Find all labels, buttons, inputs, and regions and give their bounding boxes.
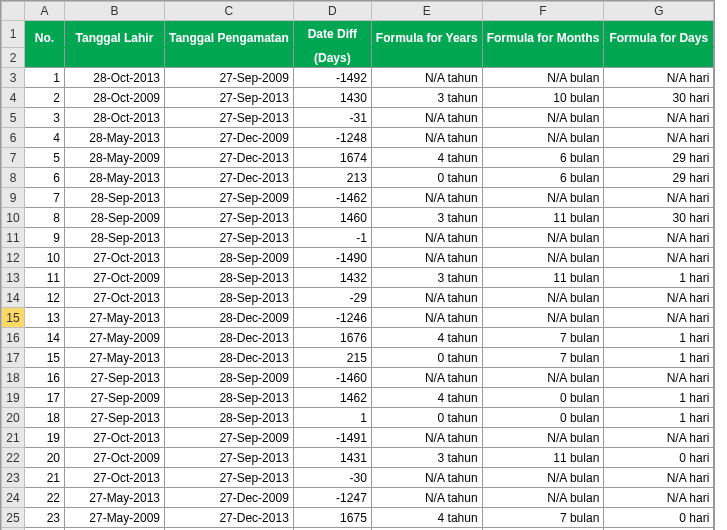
cell-years[interactable]: N/A tahun	[371, 228, 482, 248]
row-22[interactable]: 22	[2, 448, 25, 468]
row-9[interactable]: 9	[2, 188, 25, 208]
cell-no[interactable]: 15	[25, 348, 65, 368]
row-19[interactable]: 19	[2, 388, 25, 408]
cell-date-diff[interactable]: 1674	[293, 148, 371, 168]
cell-tanggal-lahir[interactable]: 27-Oct-2013	[65, 248, 165, 268]
cell-months[interactable]: 6 bulan	[482, 168, 604, 188]
cell-date-diff[interactable]: -1247	[293, 488, 371, 508]
cell-years[interactable]: 0 tahun	[371, 348, 482, 368]
cell-tanggal-pengamatan[interactable]: 28-Sep-2009	[165, 368, 294, 388]
cell-tanggal-pengamatan[interactable]: 27-Sep-2013	[165, 468, 294, 488]
cell-tanggal-lahir[interactable]: 27-May-2013	[65, 488, 165, 508]
row-10[interactable]: 10	[2, 208, 25, 228]
cell-tanggal-pengamatan[interactable]: 28-Dec-2013	[165, 348, 294, 368]
cell-years[interactable]: 4 tahun	[371, 388, 482, 408]
cell-date-diff[interactable]: 1462	[293, 388, 371, 408]
cell-no[interactable]: 8	[25, 208, 65, 228]
cell-no[interactable]: 21	[25, 468, 65, 488]
cell-months[interactable]: N/A bulan	[482, 428, 604, 448]
cell-tanggal-lahir[interactable]: 28-Oct-2009	[65, 88, 165, 108]
row-17[interactable]: 17	[2, 348, 25, 368]
header-E-bot[interactable]	[371, 48, 482, 68]
cell-tanggal-lahir[interactable]: 28-Sep-2013	[65, 188, 165, 208]
cell-days[interactable]: N/A hari	[604, 308, 714, 328]
cell-tanggal-lahir[interactable]: 27-Oct-2013	[65, 428, 165, 448]
cell-no[interactable]: 10	[25, 248, 65, 268]
cell-date-diff[interactable]: -1460	[293, 368, 371, 388]
cell-tanggal-lahir[interactable]: 27-May-2013	[65, 308, 165, 328]
cell-tanggal-pengamatan[interactable]: 28-Sep-2013	[165, 408, 294, 428]
cell-tanggal-pengamatan[interactable]: 27-Sep-2013	[165, 108, 294, 128]
cell-years[interactable]: N/A tahun	[371, 288, 482, 308]
cell-days[interactable]: N/A hari	[604, 468, 714, 488]
cell-date-diff[interactable]: -1491	[293, 428, 371, 448]
header-D-bot[interactable]: (Days)	[293, 48, 371, 68]
header-F-top[interactable]: Formula for Months	[482, 21, 604, 48]
cell-days[interactable]: N/A hari	[604, 288, 714, 308]
row-24[interactable]: 24	[2, 488, 25, 508]
cell-years[interactable]: N/A tahun	[371, 428, 482, 448]
cell-no[interactable]: 2	[25, 88, 65, 108]
cell-days[interactable]: 29 hari	[604, 148, 714, 168]
cell-date-diff[interactable]: -30	[293, 468, 371, 488]
cell-days[interactable]: 0 hari	[604, 448, 714, 468]
cell-tanggal-pengamatan[interactable]: 27-Dec-2013	[165, 148, 294, 168]
cell-no[interactable]: 3	[25, 108, 65, 128]
cell-no[interactable]: 14	[25, 328, 65, 348]
cell-no[interactable]: 5	[25, 148, 65, 168]
cell-days[interactable]: 30 hari	[604, 208, 714, 228]
cell-tanggal-pengamatan[interactable]: 28-Dec-2009	[165, 308, 294, 328]
header-A-top[interactable]: No.	[25, 21, 65, 48]
cell-tanggal-pengamatan[interactable]: 28-Sep-2013	[165, 288, 294, 308]
cell-tanggal-pengamatan[interactable]: 27-Dec-2013	[165, 508, 294, 528]
cell-tanggal-pengamatan[interactable]: 27-Sep-2013	[165, 88, 294, 108]
cell-months[interactable]: 0 bulan	[482, 388, 604, 408]
col-A[interactable]: A	[25, 2, 65, 21]
cell-tanggal-pengamatan[interactable]: 27-Dec-2013	[165, 168, 294, 188]
header-C-bot[interactable]	[165, 48, 294, 68]
cell-date-diff[interactable]: 1	[293, 408, 371, 428]
cell-tanggal-lahir[interactable]: 27-May-2009	[65, 328, 165, 348]
cell-tanggal-lahir[interactable]: 28-May-2013	[65, 168, 165, 188]
cell-tanggal-lahir[interactable]: 28-Sep-2013	[65, 228, 165, 248]
cell-days[interactable]: N/A hari	[604, 188, 714, 208]
cell-no[interactable]: 20	[25, 448, 65, 468]
cell-days[interactable]: 1 hari	[604, 328, 714, 348]
header-E-top[interactable]: Formula for Years	[371, 21, 482, 48]
cell-date-diff[interactable]: -29	[293, 288, 371, 308]
cell-days[interactable]: 0 hari	[604, 508, 714, 528]
cell-years[interactable]: N/A tahun	[371, 68, 482, 88]
cell-date-diff[interactable]: 1675	[293, 508, 371, 528]
cell-years[interactable]: 3 tahun	[371, 208, 482, 228]
cell-months[interactable]: 7 bulan	[482, 328, 604, 348]
cell-date-diff[interactable]: 1460	[293, 208, 371, 228]
cell-date-diff[interactable]: 215	[293, 348, 371, 368]
grid[interactable]: A B C D E F G 1No.Tanggal LahirTanggal P…	[1, 1, 714, 530]
cell-tanggal-pengamatan[interactable]: 27-Dec-2009	[165, 128, 294, 148]
cell-days[interactable]: N/A hari	[604, 68, 714, 88]
cell-months[interactable]: N/A bulan	[482, 288, 604, 308]
col-E[interactable]: E	[371, 2, 482, 21]
cell-date-diff[interactable]: -1246	[293, 308, 371, 328]
cell-tanggal-pengamatan[interactable]: 27-Sep-2013	[165, 228, 294, 248]
cell-years[interactable]: N/A tahun	[371, 188, 482, 208]
cell-days[interactable]: 30 hari	[604, 88, 714, 108]
cell-tanggal-lahir[interactable]: 27-Sep-2013	[65, 368, 165, 388]
cell-no[interactable]: 7	[25, 188, 65, 208]
cell-no[interactable]: 18	[25, 408, 65, 428]
cell-tanggal-lahir[interactable]: 28-Oct-2013	[65, 68, 165, 88]
cell-tanggal-lahir[interactable]: 27-May-2009	[65, 508, 165, 528]
cell-date-diff[interactable]: -1248	[293, 128, 371, 148]
cell-tanggal-lahir[interactable]: 28-Sep-2009	[65, 208, 165, 228]
header-C-top[interactable]: Tanggal Pengamatan	[165, 21, 294, 48]
cell-no[interactable]: 6	[25, 168, 65, 188]
cell-months[interactable]: N/A bulan	[482, 228, 604, 248]
col-C[interactable]: C	[165, 2, 294, 21]
cell-tanggal-lahir[interactable]: 27-Oct-2013	[65, 288, 165, 308]
row-15[interactable]: 15	[2, 308, 25, 328]
cell-days[interactable]: N/A hari	[604, 128, 714, 148]
row-1[interactable]: 1	[2, 21, 25, 48]
cell-tanggal-lahir[interactable]: 28-May-2009	[65, 148, 165, 168]
header-G-top[interactable]: Formula for Days	[604, 21, 714, 48]
row-12[interactable]: 12	[2, 248, 25, 268]
